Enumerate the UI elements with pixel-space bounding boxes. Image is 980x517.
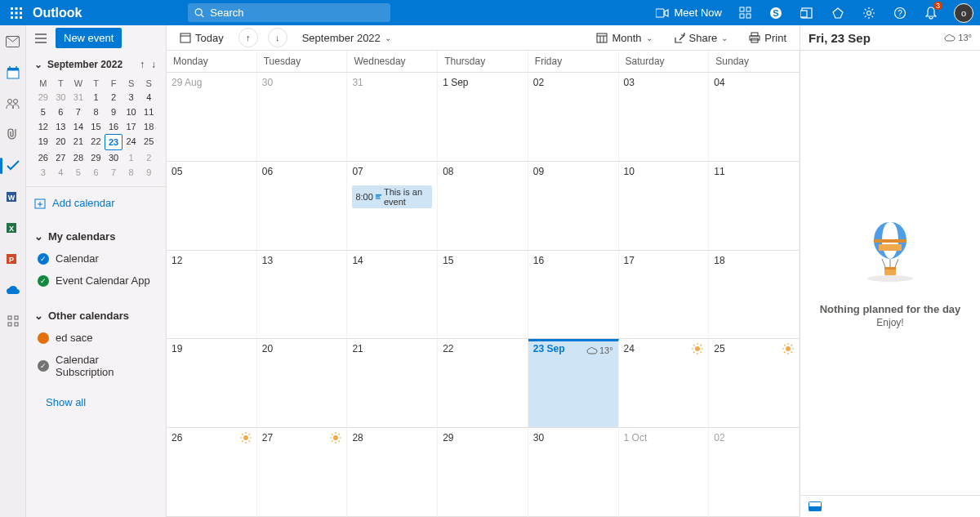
mini-cal-day[interactable]: 7 bbox=[69, 105, 87, 119]
skype-icon[interactable]: S bbox=[768, 5, 784, 21]
mini-cal-day[interactable]: 25 bbox=[140, 134, 158, 150]
next-month-button[interactable]: ↓ bbox=[268, 28, 287, 47]
panel-footer-icon[interactable] bbox=[808, 501, 822, 511]
day-cell[interactable]: 02 bbox=[709, 428, 800, 517]
day-cell[interactable]: 20 bbox=[257, 339, 348, 428]
day-cell[interactable]: 24 bbox=[619, 339, 710, 428]
calendar-color-dot[interactable] bbox=[38, 360, 49, 372]
day-cell[interactable]: 11 bbox=[709, 162, 800, 251]
mini-cal-day[interactable]: 4 bbox=[52, 165, 70, 180]
day-cell[interactable]: 15 bbox=[438, 251, 528, 340]
day-cell[interactable]: 19 bbox=[167, 339, 257, 428]
mini-cal-day[interactable]: 18 bbox=[140, 119, 158, 134]
view-selector[interactable]: Month ⌄ bbox=[591, 29, 657, 47]
day-cell[interactable]: 28 bbox=[347, 428, 438, 517]
chevron-down-icon[interactable]: ⌄ bbox=[34, 59, 42, 70]
day-cell[interactable]: 08 bbox=[438, 162, 528, 251]
mini-cal-day[interactable]: 2 bbox=[105, 90, 122, 105]
day-cell[interactable]: 23 Sep13° bbox=[528, 339, 619, 428]
app-launcher-icon[interactable] bbox=[7, 3, 26, 23]
mini-cal-day[interactable]: 14 bbox=[69, 119, 87, 134]
day-cell[interactable]: 29 Aug bbox=[167, 73, 257, 162]
outlook-item-icon[interactable] bbox=[799, 5, 815, 21]
rail-todo-icon[interactable] bbox=[5, 158, 21, 174]
day-cell[interactable]: 17 bbox=[619, 251, 710, 340]
help-icon[interactable]: ? bbox=[892, 5, 908, 21]
rail-more-apps-icon[interactable] bbox=[5, 313, 21, 329]
day-cell[interactable]: 05 bbox=[167, 162, 257, 251]
day-cell[interactable]: 30 bbox=[528, 428, 619, 517]
search-input[interactable] bbox=[210, 7, 384, 19]
day-cell[interactable]: 22 bbox=[438, 339, 528, 428]
day-cell[interactable]: 14 bbox=[347, 251, 438, 340]
premium-icon[interactable] bbox=[830, 5, 846, 21]
mini-cal-day[interactable]: 10 bbox=[122, 105, 140, 119]
mini-cal-day[interactable]: 6 bbox=[52, 105, 70, 119]
mini-cal-day[interactable]: 1 bbox=[87, 90, 105, 105]
mini-cal-day[interactable]: 24 bbox=[122, 134, 140, 150]
mini-cal-day[interactable]: 5 bbox=[69, 165, 87, 180]
notifications-icon[interactable]: 3 bbox=[923, 5, 939, 21]
day-cell[interactable]: 03 bbox=[619, 73, 710, 162]
calendar-item[interactable]: Event Calendar App bbox=[34, 270, 158, 292]
mini-cal-day[interactable]: 22 bbox=[87, 134, 105, 150]
header-apps-icon[interactable] bbox=[737, 5, 753, 21]
rail-excel-icon[interactable]: X bbox=[5, 220, 21, 236]
share-button[interactable]: Share ⌄ bbox=[669, 29, 733, 47]
rail-files-icon[interactable] bbox=[5, 127, 21, 143]
mini-cal-day[interactable]: 8 bbox=[87, 105, 105, 119]
mini-cal-day[interactable]: 13 bbox=[52, 119, 70, 134]
my-calendars-header[interactable]: ⌄ My calendars bbox=[34, 225, 158, 247]
day-cell[interactable]: 06 bbox=[257, 162, 348, 251]
mini-cal-day[interactable]: 29 bbox=[34, 90, 52, 105]
calendar-color-dot[interactable] bbox=[38, 275, 49, 287]
mini-cal-day[interactable]: 5 bbox=[34, 105, 52, 119]
prev-month-button[interactable]: ↑ bbox=[238, 28, 258, 47]
other-calendars-header[interactable]: ⌄ Other calendars bbox=[34, 305, 158, 327]
mini-cal-day[interactable]: 30 bbox=[105, 150, 122, 165]
mini-cal-day[interactable]: 19 bbox=[34, 134, 52, 150]
mini-cal-day[interactable]: 28 bbox=[69, 150, 87, 165]
rail-mail-icon[interactable] bbox=[5, 33, 21, 50]
day-cell[interactable]: 30 bbox=[257, 73, 348, 162]
calendar-item[interactable]: Calendar Subscription bbox=[34, 349, 158, 383]
mini-cal-prev-icon[interactable]: ↑ bbox=[138, 57, 146, 72]
mini-cal-day[interactable]: 2 bbox=[140, 150, 158, 165]
mini-cal-day[interactable]: 9 bbox=[140, 165, 158, 180]
day-cell[interactable]: 09 bbox=[528, 162, 619, 251]
event-chip[interactable]: 8:00This is an event bbox=[352, 185, 432, 208]
mini-cal-day[interactable]: 29 bbox=[87, 150, 105, 165]
mini-cal-day[interactable]: 27 bbox=[52, 150, 70, 165]
mini-cal-day[interactable]: 31 bbox=[69, 90, 87, 105]
rail-calendar-icon[interactable] bbox=[5, 65, 21, 81]
day-cell[interactable]: 13 bbox=[257, 251, 348, 340]
day-cell[interactable]: 10 bbox=[619, 162, 710, 251]
rail-word-icon[interactable]: W bbox=[5, 189, 21, 205]
calendar-color-dot[interactable] bbox=[38, 253, 49, 265]
rail-people-icon[interactable] bbox=[5, 96, 21, 112]
day-cell[interactable]: 31 bbox=[347, 73, 438, 162]
calendar-item[interactable]: ed sace bbox=[34, 327, 158, 349]
hamburger-icon[interactable] bbox=[33, 30, 49, 47]
mini-cal-day[interactable]: 11 bbox=[140, 105, 158, 119]
mini-cal-day[interactable]: 3 bbox=[122, 90, 140, 105]
add-calendar-button[interactable]: Add calendar bbox=[34, 194, 158, 212]
mini-cal-day[interactable]: 6 bbox=[87, 165, 105, 180]
month-selector[interactable]: September 2022 ⌄ bbox=[297, 29, 396, 47]
day-cell[interactable]: 16 bbox=[528, 251, 619, 340]
today-button[interactable]: Today bbox=[175, 29, 229, 47]
mini-cal-next-icon[interactable]: ↓ bbox=[149, 57, 158, 72]
calendar-item[interactable]: Calendar bbox=[34, 247, 158, 270]
user-avatar[interactable]: o bbox=[954, 3, 973, 23]
day-cell[interactable]: 29 bbox=[438, 428, 528, 517]
mini-cal-day[interactable]: 17 bbox=[122, 119, 140, 134]
mini-cal-day[interactable]: 3 bbox=[34, 165, 52, 180]
day-cell[interactable]: 26 bbox=[167, 428, 257, 517]
day-cell[interactable]: 25 bbox=[709, 339, 800, 428]
day-cell[interactable]: 1 Oct bbox=[619, 428, 710, 517]
settings-icon[interactable] bbox=[861, 5, 877, 21]
day-cell[interactable]: 18 bbox=[709, 251, 800, 340]
mini-cal-day[interactable]: 26 bbox=[34, 150, 52, 165]
mini-cal-day[interactable]: 30 bbox=[52, 90, 70, 105]
mini-cal-day[interactable]: 4 bbox=[140, 90, 158, 105]
